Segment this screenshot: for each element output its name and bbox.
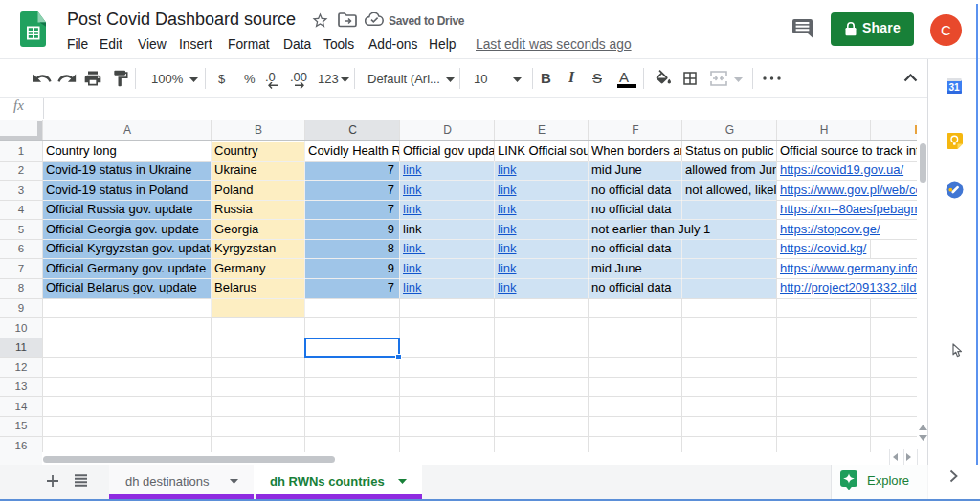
svg-text:31: 31 bbox=[948, 82, 960, 93]
